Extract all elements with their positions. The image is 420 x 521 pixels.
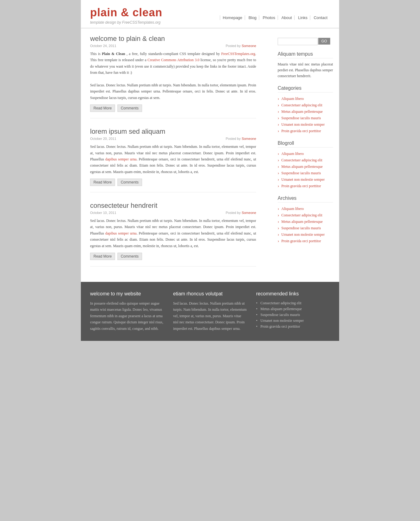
list-item: Suspendisse iaculis mauris <box>278 170 333 176</box>
post-3-author: Posted by Someone <box>226 211 256 215</box>
footer-link[interactable]: Consectetuer adipiscing elit <box>260 301 301 305</box>
archive-link[interactable]: Aliquam libero <box>281 207 304 211</box>
archive-link[interactable]: Metus aliquam pellentesque <box>281 219 323 224</box>
archive-link[interactable]: Suspendisse iaculis mauris <box>281 226 321 230</box>
sidebar-blogroll-title: Blogroll <box>278 140 333 148</box>
list-item: Suspendisse iaculis mauris <box>256 312 330 318</box>
list-item: Consectetuer adipiscing elit <box>278 157 333 164</box>
footer-links-list: Consectetuer adipiscing elit Metus aliqu… <box>256 300 330 330</box>
list-item: Consectetuer adipiscing elit <box>278 102 333 109</box>
list-item: Proin gravida orci porttitor <box>278 128 333 134</box>
sidebar-categories: Categories Aliquam libero Consectetuer a… <box>278 85 333 134</box>
footer-col-3-title: recommended links <box>256 291 330 297</box>
list-item: Urnanet non molestie semper <box>256 318 330 324</box>
category-link[interactable]: Proin gravida orci porttitor <box>281 129 321 133</box>
site-subtitle: template design by FreeCSSTemplates.org <box>90 20 162 25</box>
post-2-date: October 20, 2011 <box>90 137 116 140</box>
site-title[interactable]: plain & clean <box>90 6 162 19</box>
post-3-comments[interactable]: Comments <box>117 253 142 260</box>
search-button[interactable]: GO <box>318 38 330 45</box>
list-item: Metus aliquam pellentesque <box>278 219 333 225</box>
sidebar-aliquam-title: Aliquam tempus <box>278 51 333 58</box>
blogroll-list: Aliquam libero Consectetuer adipiscing e… <box>278 151 333 189</box>
post-2-readmore[interactable]: Read More <box>90 179 115 186</box>
sidebar-archives-title: Archives <box>278 195 333 203</box>
list-item: Urnanet non molestie semper <box>278 121 333 128</box>
category-link[interactable]: Suspendisse iaculis mauris <box>281 116 321 120</box>
footer: welcome to my website In posuere eleifen… <box>81 282 339 341</box>
search-box: GO <box>278 38 333 45</box>
footer-link[interactable]: Proin gravida orci porttitor <box>260 324 300 329</box>
blogroll-link[interactable]: Consectetuer adipiscing elit <box>281 158 322 162</box>
main-content: welcome to plain & clean October 24, 201… <box>81 35 262 276</box>
post-1-content: This is Plain & Clean , a free, fully st… <box>90 51 256 101</box>
category-link[interactable]: Consectetuer adipiscing elit <box>281 103 322 107</box>
sidebar-aliquam-text: Mauris vitae nisl nec metus placerat per… <box>278 61 333 79</box>
blogroll-link[interactable]: Metus aliquam pellentesque <box>281 164 323 169</box>
post-2-title: lorem ipsum sed aliquam <box>90 128 256 136</box>
post-2-meta: October 20, 2011 Posted by Someone <box>90 137 256 140</box>
list-item: Consectetuer adipiscing elit <box>278 212 333 219</box>
nav-homepage[interactable]: Homepage <box>220 15 245 20</box>
post-3-meta: October 10, 2011 Posted by Someone <box>90 211 256 215</box>
list-item: Proin gravida orci porttitor <box>256 324 330 330</box>
archive-link[interactable]: Consectetuer adipiscing elit <box>281 213 322 217</box>
post-1-readmore[interactable]: Read More <box>90 105 115 112</box>
post-3-date: October 10, 2011 <box>90 211 116 215</box>
list-item: Metus aliquam pellentesque <box>278 109 333 115</box>
nav-links[interactable]: Links <box>296 15 310 20</box>
archive-link[interactable]: Proin gravida orci porttitor <box>281 239 321 243</box>
post-2-author: Posted by Someone <box>226 137 256 140</box>
post-2-footer: Read More Comments <box>90 179 256 186</box>
nav-photos[interactable]: Photos <box>260 15 278 20</box>
list-item: Proin gravida orci porttitor <box>278 238 333 244</box>
post-1-content2: Sed lacus. Donec lectus. Nullam pretium … <box>90 82 256 101</box>
nav-contact[interactable]: Contact <box>311 15 330 20</box>
post-1-author: Posted by Someone <box>226 44 256 48</box>
category-link[interactable]: Urnanet non molestie semper <box>281 122 325 127</box>
footer-link[interactable]: Metus aliquam pellentesque <box>260 307 302 311</box>
footer-col-2-title: etiam rhoncus volutpat <box>173 291 247 297</box>
blogroll-link[interactable]: Suspendisse iaculis mauris <box>281 171 321 175</box>
post-2-comments[interactable]: Comments <box>117 179 142 186</box>
search-input[interactable] <box>278 38 318 45</box>
categories-list: Aliquam libero Consectetuer adipiscing e… <box>278 96 333 134</box>
sidebar: GO Aliquam tempus Mauris vitae nisl nec … <box>275 35 339 254</box>
post-2-content: Sed lacus. Donec lectus. Nullam pretium … <box>90 144 256 175</box>
post-2: lorem ipsum sed aliquam October 20, 2011… <box>90 128 256 192</box>
archives-list: Aliquam libero Consectetuer adipiscing e… <box>278 206 333 244</box>
post-3-link[interactable]: dapibus semper urna <box>105 231 137 235</box>
footer-link[interactable]: Suspendisse iaculis mauris <box>260 313 300 317</box>
post-3-author-link[interactable]: Someone <box>242 211 256 215</box>
post-3: consecteteur hendrerit October 10, 2011 … <box>90 202 256 266</box>
sidebar-blogroll: Blogroll Aliquam libero Consectetuer adi… <box>278 140 333 189</box>
footer-col-1-title: welcome to my website <box>90 291 164 297</box>
cc-link[interactable]: Creative Commons Attribution 3.0 <box>148 58 200 62</box>
post-2-link[interactable]: dapibus semper urna <box>105 157 137 161</box>
list-item: Aliquam libero <box>278 151 333 157</box>
archive-link[interactable]: Urnanet non molestie semper <box>281 232 325 237</box>
nav-about[interactable]: About <box>279 15 295 20</box>
blogroll-link[interactable]: Urnanet non molestie semper <box>281 177 325 182</box>
list-item: Proin gravida orci porttitor <box>278 183 333 189</box>
post-3-readmore[interactable]: Read More <box>90 253 115 260</box>
post-3-content: Sed lacus. Donec lectus. Nullam pretium … <box>90 218 256 249</box>
header-left: plain & clean template design by FreeCSS… <box>90 6 162 25</box>
post-1-author-link[interactable]: Someone <box>242 44 256 48</box>
sidebar-aliquam: Aliquam tempus Mauris vitae nisl nec met… <box>278 51 333 79</box>
post-2-author-link[interactable]: Someone <box>242 137 256 140</box>
footer-link[interactable]: Urnanet non molestie semper <box>260 318 304 323</box>
category-link[interactable]: Aliquam libero <box>281 97 304 101</box>
post-1-comments[interactable]: Comments <box>117 105 142 112</box>
blogroll-link[interactable]: Aliquam libero <box>281 152 304 156</box>
list-item: Suspendisse iaculis mauris <box>278 225 333 231</box>
list-item: Suspendisse iaculis mauris <box>278 115 333 121</box>
list-item: Metus aliquam pellentesque <box>256 306 330 312</box>
blogroll-link[interactable]: Proin gravida orci porttitor <box>281 184 321 188</box>
sidebar-categories-title: Categories <box>278 85 333 93</box>
post-1-footer: Read More Comments <box>90 105 256 112</box>
freecss-link[interactable]: FreeCSSTemplates.org <box>221 52 255 56</box>
category-link[interactable]: Metus aliquam pellentesque <box>281 109 323 114</box>
post-1-date: October 24, 2011 <box>90 44 116 48</box>
nav-blog[interactable]: Blog <box>246 15 259 20</box>
